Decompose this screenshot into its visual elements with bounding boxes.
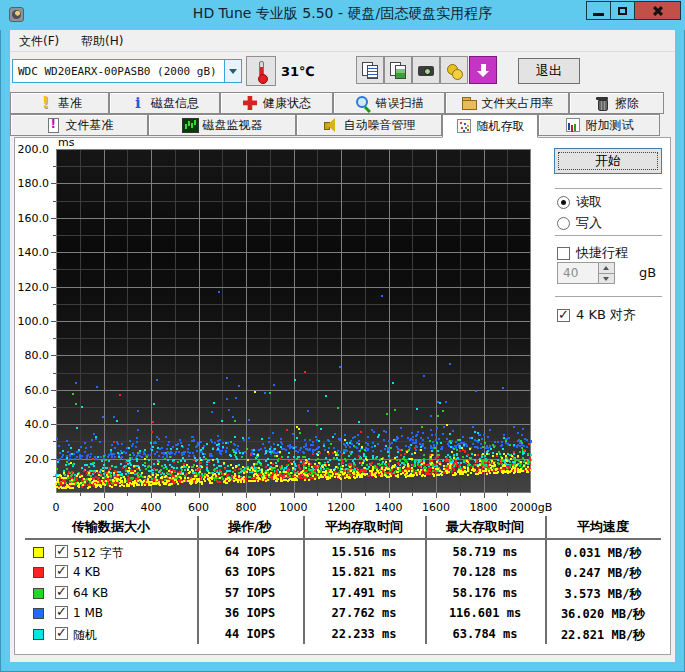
svg-text:60.0: 60.0	[25, 384, 50, 397]
camera-icon	[418, 62, 435, 79]
tab-noise-management[interactable]: 自动噪音管理	[296, 114, 442, 136]
exit-button[interactable]: 退出	[518, 58, 580, 84]
spin-up-icon[interactable]	[599, 263, 614, 274]
tab-benchmark[interactable]: 基准	[10, 92, 109, 114]
thermometer-icon	[259, 61, 264, 76]
svg-text:160.0: 160.0	[18, 212, 50, 225]
minimize-button[interactable]	[586, 1, 611, 20]
avg-access-time: 17.491 ms	[303, 586, 425, 600]
temperature-value: 31℃	[281, 64, 315, 79]
maximize-button[interactable]	[610, 1, 635, 20]
tab-label: 文件夹占用率	[482, 95, 554, 112]
separator	[555, 188, 662, 190]
svg-text:1200: 1200	[327, 501, 355, 514]
drive-select[interactable]: WDC WD20EARX-00PASB0 (2000 gB)	[12, 59, 242, 83]
tab-disk-info[interactable]: 磁盘信息	[109, 92, 220, 114]
temperature-button[interactable]	[246, 56, 276, 86]
screenshot-button[interactable]	[412, 56, 440, 84]
write-radio[interactable]: 写入	[557, 214, 602, 232]
tab-row-2: 文件基准 磁盘监视器 自动噪音管理 随机存取 附加测试	[10, 114, 675, 136]
tab-label: 随机存取	[477, 118, 525, 135]
copy-text-button[interactable]	[356, 56, 384, 84]
tab-file-benchmark[interactable]: 文件基准	[10, 114, 148, 136]
svg-text:20.0: 20.0	[25, 453, 50, 466]
series-checkbox[interactable]	[55, 627, 68, 640]
short-stroke-label: 快捷行程	[576, 244, 628, 262]
menu-file[interactable]: 文件(F)	[10, 30, 68, 53]
svg-text:1000: 1000	[280, 501, 308, 514]
speaker-icon	[323, 117, 339, 133]
avg-speed: 22.821 MB/秒	[545, 627, 661, 644]
tab-extra-tests[interactable]: 附加测试	[538, 114, 660, 136]
iops-value: 57 IOPS	[197, 586, 303, 600]
copy-image-button[interactable]	[384, 56, 412, 84]
table-row: 4 KB 63 IOPS 15.821 ms 70.128 ms 0.247 M…	[25, 564, 661, 584]
column-header: 平均速度	[545, 518, 661, 536]
drive-select-value: WDC WD20EARX-00PASB0 (2000 gB)	[13, 65, 224, 78]
tab-error-scan[interactable]: 错误扫描	[333, 92, 445, 114]
folder-icon	[461, 95, 477, 111]
column-header: 传输数据大小	[25, 518, 197, 536]
header-divider	[25, 538, 661, 540]
svg-text:0: 0	[53, 501, 60, 514]
svg-text:180.0: 180.0	[18, 177, 50, 190]
tab-label: 磁盘信息	[151, 95, 199, 112]
svg-text:100.0: 100.0	[18, 315, 50, 328]
short-stroke-size-input[interactable]: 40	[557, 262, 615, 284]
window-controls	[587, 1, 681, 20]
align-checkbox[interactable]: 4 KB 对齐	[557, 306, 636, 324]
tab-random-access[interactable]: 随机存取	[442, 114, 538, 138]
chevron-down-icon[interactable]	[224, 60, 241, 82]
tab-health[interactable]: 健康状态	[220, 92, 333, 114]
health-cross-icon	[242, 95, 258, 111]
tab-label: 附加测试	[586, 117, 634, 134]
svg-text:2000gB: 2000gB	[510, 501, 553, 514]
series-checkbox[interactable]	[55, 586, 68, 599]
series-checkbox[interactable]	[55, 545, 68, 558]
update-button[interactable]	[469, 56, 497, 84]
series-checkbox[interactable]	[55, 565, 68, 578]
scatter-dots-icon	[456, 118, 472, 134]
copy-text-icon	[362, 62, 379, 79]
table-row: 1 MB 36 IOPS 27.762 ms 116.601 ms 36.020…	[25, 605, 661, 625]
spin-down-icon[interactable]	[599, 274, 614, 284]
checkbox-checked-icon	[557, 309, 570, 322]
svg-text:120.0: 120.0	[18, 281, 50, 294]
series-label: 512 字节	[73, 545, 124, 562]
results-table: 传输数据大小 操作/秒 平均存取时间 最大存取时间 平均速度 512 字节 64…	[25, 516, 661, 650]
close-button[interactable]	[634, 1, 681, 20]
align-label: 4 KB 对齐	[576, 306, 636, 324]
radio-selected-icon	[557, 196, 570, 209]
max-access-time: 116.601 ms	[425, 606, 545, 620]
table-row: 512 字节 64 IOPS 15.516 ms 58.719 ms 0.031…	[25, 544, 661, 564]
options-button[interactable]	[440, 56, 468, 84]
svg-text:1800: 1800	[470, 501, 498, 514]
app-icon	[9, 7, 24, 22]
table-row: 随机 44 IOPS 22.233 ms 63.784 ms 22.821 MB…	[25, 626, 661, 646]
series-checkbox[interactable]	[55, 606, 68, 619]
tab-label: 擦除	[615, 95, 639, 112]
tab-disk-monitor[interactable]: 磁盘监视器	[148, 114, 296, 136]
checkbox-icon	[557, 247, 570, 260]
tab-label: 基准	[58, 95, 82, 112]
tab-label: 健康状态	[263, 95, 311, 112]
tab-folder-usage[interactable]: 文件夹占用率	[445, 92, 569, 114]
series-label: 随机	[73, 627, 97, 644]
download-arrow-icon	[475, 62, 492, 79]
tab-erase[interactable]: 擦除	[569, 92, 664, 114]
series-color-swatch	[33, 608, 44, 619]
short-stroke-checkbox[interactable]: 快捷行程	[557, 244, 628, 262]
avg-access-time: 22.233 ms	[303, 627, 425, 641]
start-button[interactable]: 开始	[554, 148, 662, 174]
toolbar: WDC WD20EARX-00PASB0 (2000 gB) 31℃ 退出	[10, 53, 675, 90]
random-access-chart: 200.0180.0160.0140.0120.0100.080.060.040…	[15, 138, 555, 514]
menu-help[interactable]: 帮助(H)	[72, 30, 132, 53]
series-color-swatch	[33, 547, 44, 558]
svg-text:400: 400	[141, 501, 162, 514]
benchmark-icon	[37, 95, 53, 111]
column-header: 平均存取时间	[303, 518, 425, 536]
read-radio[interactable]: 读取	[557, 193, 602, 211]
title-bar[interactable]: HD Tune 专业版 5.50 - 硬盘/固态硬盘实用程序	[0, 0, 685, 30]
max-access-time: 58.719 ms	[425, 545, 545, 559]
max-access-time: 63.784 ms	[425, 627, 545, 641]
